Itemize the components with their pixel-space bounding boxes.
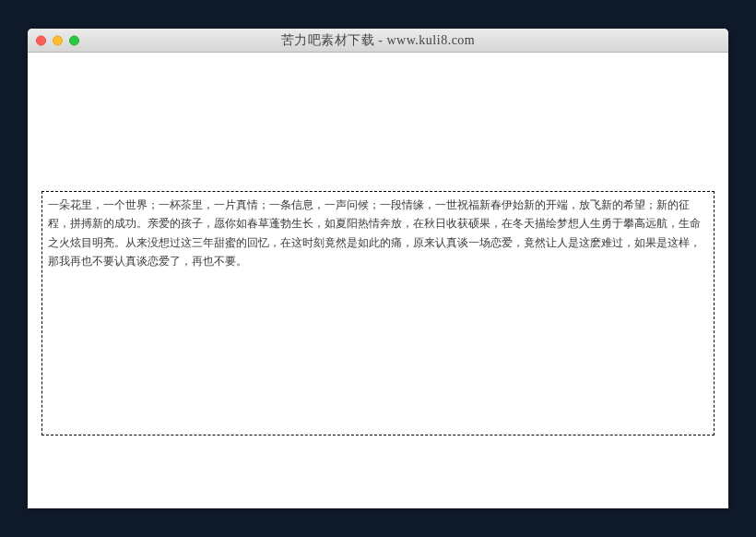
window-title: 苦力吧素材下载 - www.kuli8.com [28,32,728,49]
body-text: 一朵花里，一个世界；一杯茶里，一片真情；一条信息，一声问候；一段情缘，一世祝福新… [48,196,708,271]
text-container: 一朵花里，一个世界；一杯茶里，一片真情；一条信息，一声问候；一段情缘，一世祝福新… [41,191,715,436]
traffic-lights [36,35,79,45]
titlebar: 苦力吧素材下载 - www.kuli8.com [28,29,728,53]
minimize-icon[interactable] [53,35,63,45]
content-area: 一朵花里，一个世界；一杯茶里，一片真情；一条信息，一声问候；一段情缘，一世祝福新… [28,53,728,508]
browser-window: 苦力吧素材下载 - www.kuli8.com 一朵花里，一个世界；一杯茶里，一… [28,29,728,508]
maximize-icon[interactable] [69,35,79,45]
close-icon[interactable] [36,35,46,45]
